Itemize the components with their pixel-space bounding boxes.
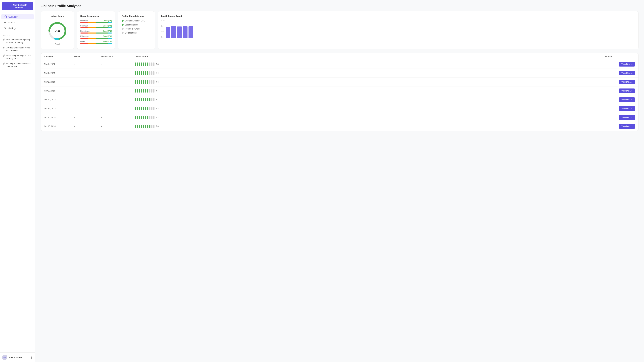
- mini-bar-1: [137, 80, 138, 84]
- cell-score-1: 7.4: [135, 71, 605, 75]
- cell-optimization-4: -: [101, 98, 135, 101]
- mini-bars-1: [135, 71, 154, 75]
- cell-optimization-5: -: [101, 107, 135, 110]
- table-row: Nov 1, 2024 - - 7 View Details: [41, 86, 638, 95]
- cell-score-7: 7.8: [135, 125, 605, 128]
- mini-bar-2: [139, 98, 140, 101]
- score-val-5: 7.2: [156, 107, 159, 110]
- mini-bar-3: [141, 89, 142, 92]
- cell-created-0: Nov 2, 2024: [44, 63, 74, 65]
- new-review-button[interactable]: ＋ + New LinkedIn Review: [2, 2, 33, 10]
- view-details-button-4[interactable]: View Details: [619, 97, 635, 102]
- bar-seg-orange-1: [88, 27, 96, 28]
- completeness-item-2: Honors & Awards: [122, 28, 152, 30]
- mini-bar-5: [145, 116, 146, 119]
- bar-seg-green-1: [96, 27, 108, 28]
- cell-optimization-7: -: [101, 125, 135, 128]
- table-row: Oct 29, 2024 - - 7.2 View Details: [41, 104, 638, 113]
- col-header-name: Name: [74, 55, 101, 58]
- cell-name-6: -: [74, 116, 101, 119]
- cell-actions-3: View Details: [605, 88, 635, 93]
- cell-actions-4: View Details: [605, 97, 635, 102]
- sidebar-item-label-settings: Settings: [8, 27, 16, 29]
- sidebar-item-label-overview: Overview: [8, 15, 18, 18]
- cell-name-1: -: [74, 72, 101, 74]
- y-label-1: 6.0: [161, 25, 164, 27]
- mini-bar-5: [145, 89, 146, 92]
- score-bar-wrap-6: 7.2: [135, 116, 605, 119]
- view-details-button-0[interactable]: View Details: [619, 62, 635, 66]
- breakdown-bar-0: [80, 22, 112, 23]
- completeness-label-3: Certifications: [125, 32, 136, 34]
- shortcut-item-2[interactable]: Networking Strategies That Actually Work: [0, 53, 35, 61]
- mini-bar-5: [145, 125, 146, 128]
- score-bar-wrap-1: 7.4: [135, 71, 605, 75]
- mini-bar-6: [147, 116, 148, 119]
- view-details-button-6[interactable]: View Details: [619, 115, 635, 120]
- user-name: Emma Stone: [9, 356, 28, 359]
- mini-bar-5: [145, 80, 146, 84]
- breakdown-score-0: Good (7.5): [103, 19, 112, 22]
- mini-bar-5: [145, 62, 146, 66]
- bar-seg-orange-4: [88, 43, 96, 44]
- shortcut-item-0[interactable]: How to Write an Engaging LinkedIn Summar…: [0, 37, 35, 45]
- cell-optimization-6: -: [101, 116, 135, 119]
- mini-bar-6: [147, 89, 148, 92]
- shortcut-item-1[interactable]: 10 Tips for LinkedIn Profile Optimizatio…: [0, 45, 35, 53]
- mini-bar-1: [137, 116, 138, 119]
- breakdown-row-0: Headline Good (7.5): [80, 19, 112, 23]
- mini-bars-3: [135, 89, 154, 92]
- bar-seg-green-4: [96, 43, 108, 44]
- mini-bar-0: [135, 107, 136, 110]
- cell-name-2: -: [74, 81, 101, 83]
- mini-bar-0: [135, 98, 136, 101]
- view-details-button-1[interactable]: View Details: [619, 71, 635, 75]
- cell-actions-6: View Details: [605, 115, 635, 120]
- mini-bar-1: [137, 89, 138, 92]
- breakdown-row-1: Summary Good (7.8): [80, 25, 112, 28]
- mini-bar-9: [153, 62, 154, 66]
- col-header-score: Overall Score: [135, 55, 605, 58]
- mini-bar-7: [149, 71, 150, 75]
- mini-bar-1: [137, 98, 138, 101]
- cell-created-5: Oct 29, 2024: [44, 107, 74, 110]
- breakdown-label-2: Experience: [80, 30, 90, 32]
- bar-seg-orange-0: [88, 22, 96, 23]
- cell-optimization-1: -: [101, 72, 135, 74]
- trend-chart: [165, 21, 194, 38]
- view-details-button-2[interactable]: View Details: [619, 80, 635, 84]
- trend-chart-wrap: 10.0 6.0 3.0 0.0: [161, 19, 635, 38]
- shortcut-item-3[interactable]: Getting Recruiters to Notice Your Profil…: [0, 61, 35, 69]
- sidebar-item-overview[interactable]: Overview: [1, 14, 34, 19]
- shortcut-label-2: Networking Strategies That Actually Work: [6, 54, 32, 60]
- mini-bar-4: [143, 116, 144, 119]
- user-menu-button[interactable]: ⋮: [30, 356, 33, 359]
- score-val-4: 7.7: [156, 98, 159, 101]
- completeness-label-2: Honors & Awards: [125, 28, 140, 30]
- score-bar-wrap-3: 7: [135, 89, 605, 92]
- view-details-button-7[interactable]: View Details: [619, 124, 635, 129]
- cell-created-6: Oct 20, 2024: [44, 116, 74, 119]
- sidebar-item-details[interactable]: Details: [1, 20, 34, 25]
- mini-bar-0: [135, 125, 136, 128]
- cell-created-4: Oct 29, 2024: [44, 98, 74, 101]
- completeness-item-3: Certifications: [122, 32, 152, 34]
- view-details-button-3[interactable]: View Details: [619, 88, 635, 93]
- breakdown-bar-4: [80, 43, 112, 44]
- sidebar-item-settings[interactable]: Settings: [1, 25, 34, 31]
- trend-bar-0: [166, 27, 170, 38]
- completeness-item-0: Custom LinkedIn URL: [122, 19, 152, 22]
- cell-score-4: 7.7: [135, 98, 605, 101]
- mini-bar-3: [141, 62, 142, 66]
- mini-bar-0: [135, 89, 136, 92]
- score-bar-wrap-4: 7.7: [135, 98, 605, 101]
- link-icon-2: [3, 54, 5, 57]
- breakdown-row-4: Other Good (7.0): [80, 40, 112, 44]
- mini-bars-2: [135, 80, 154, 84]
- mini-bar-7: [149, 107, 150, 110]
- breakdown-label-1: Summary: [80, 25, 88, 27]
- avatar: ES: [2, 355, 8, 360]
- bar-seg-orange-3: [88, 38, 96, 39]
- score-bar-wrap-7: 7.8: [135, 125, 605, 128]
- view-details-button-5[interactable]: View Details: [619, 106, 635, 111]
